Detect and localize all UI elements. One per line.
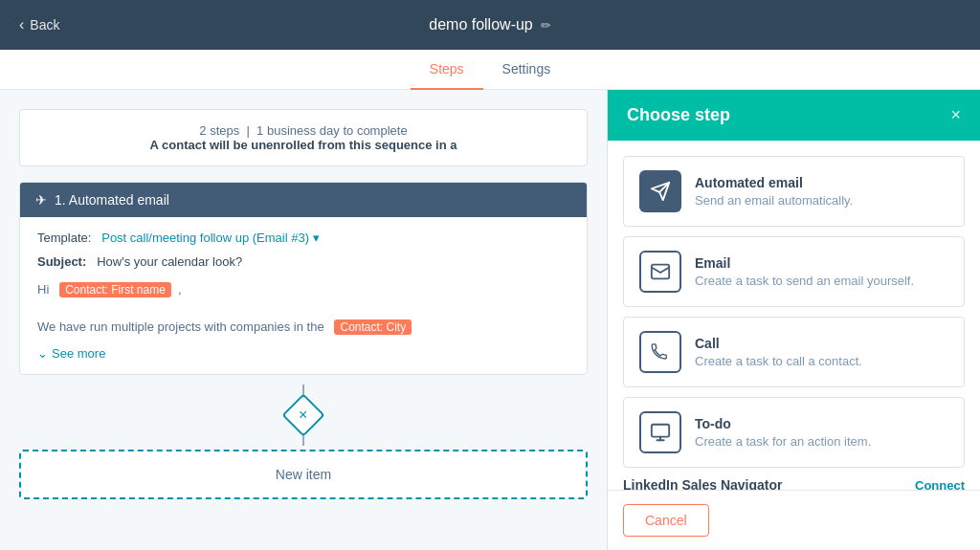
- right-panel: Choose step × Automated email Send an em…: [607, 90, 980, 550]
- template-line: Template: Post call/meeting follow up (E…: [37, 231, 569, 245]
- todo-desc: Create a task for an action item.: [695, 434, 871, 449]
- tab-steps[interactable]: Steps: [411, 50, 483, 90]
- step-option-email[interactable]: Email Create a task to send an email you…: [623, 236, 965, 307]
- step-option-call[interactable]: Call Create a task to call a contact.: [623, 317, 965, 387]
- email-desc: Create a task to send an email yourself.: [695, 274, 914, 288]
- step-option-automated-email[interactable]: Automated email Send an email automatica…: [623, 156, 965, 227]
- tabs-bar: Steps Settings: [0, 50, 980, 90]
- back-label: Back: [30, 17, 59, 33]
- subject-value: How's your calendar look?: [97, 254, 242, 269]
- new-item-label: New item: [276, 467, 331, 482]
- chevron-down-icon: ⌄: [37, 346, 48, 361]
- left-panel: 2 steps | 1 business day to complete A c…: [0, 90, 607, 550]
- header-title: demo follow-up ✏: [429, 16, 551, 33]
- main-content: 2 steps | 1 business day to complete A c…: [0, 90, 980, 550]
- plus-icon: ×: [299, 407, 307, 423]
- subject-label: Subject:: [37, 254, 86, 269]
- automated-email-title: Automated email: [695, 175, 853, 190]
- see-more-button[interactable]: ⌄ See more: [37, 346, 569, 361]
- template-link[interactable]: Post call/meeting follow up (Email #3) ▾: [101, 231, 319, 245]
- edit-icon[interactable]: ✏: [541, 18, 551, 33]
- app-header: ‹ Back demo follow-up ✏: [0, 0, 980, 50]
- info-box: 2 steps | 1 business day to complete A c…: [19, 109, 588, 166]
- connector-group: ×: [19, 385, 588, 446]
- sequence-card: ✈ 1. Automated email Template: Post call…: [19, 182, 588, 375]
- time-info: 1 business day to complete: [256, 123, 408, 138]
- body-text: We have run multiple projects with compa…: [37, 319, 324, 334]
- unenroll-text: A contact will be unenrolled from this s…: [150, 138, 457, 152]
- phone-icon: [650, 341, 671, 363]
- add-step-button[interactable]: ×: [281, 393, 324, 436]
- contact-city-tag: Contact: City: [334, 319, 412, 335]
- monitor-icon: [650, 422, 671, 443]
- back-button[interactable]: ‹ Back: [19, 16, 59, 33]
- automated-email-desc: Send an email automatically.: [695, 193, 853, 208]
- call-icon-box: [639, 331, 681, 373]
- envelope-icon: [650, 261, 671, 282]
- todo-icon-box: [639, 411, 681, 453]
- sequence-title: demo follow-up: [429, 16, 533, 33]
- contact-firstname-tag: Contact: First name: [59, 282, 171, 297]
- card-header: ✈ 1. Automated email: [20, 183, 587, 217]
- email-icon-box: [639, 251, 681, 293]
- linkedin-section-title: LinkedIn Sales Navigator Connect: [623, 477, 965, 490]
- right-panel-footer: Cancel: [608, 490, 980, 550]
- automated-email-icon-box: [639, 170, 681, 212]
- automated-email-info: Automated email Send an email automatica…: [695, 175, 853, 208]
- back-arrow-icon: ‹: [19, 16, 24, 33]
- email-title: Email: [695, 255, 914, 271]
- linkedin-title-text: LinkedIn Sales Navigator: [623, 477, 783, 490]
- call-desc: Create a task to call a contact.: [695, 354, 862, 368]
- email-info: Email Create a task to send an email you…: [695, 255, 914, 288]
- steps-count: 2 steps: [199, 123, 239, 138]
- subject-line: Subject: How's your calendar look?: [37, 254, 569, 269]
- connect-button[interactable]: Connect: [915, 478, 965, 491]
- close-button[interactable]: ×: [950, 105, 961, 125]
- tab-settings[interactable]: Settings: [483, 50, 570, 90]
- right-panel-header: Choose step ×: [608, 90, 980, 141]
- body-greeting: Hi: [37, 282, 49, 297]
- step-option-todo[interactable]: To-do Create a task for an action item.: [623, 397, 965, 468]
- cancel-button[interactable]: Cancel: [623, 504, 709, 537]
- email-preview: Hi Contact: First name , We have run mul…: [37, 280, 569, 337]
- new-item-box: New item: [19, 450, 588, 499]
- right-panel-body: Automated email Send an email automatica…: [608, 141, 980, 490]
- paper-plane-icon: [650, 181, 671, 202]
- todo-title: To-do: [695, 416, 871, 431]
- card-body: Template: Post call/meeting follow up (E…: [20, 217, 587, 374]
- call-info: Call Create a task to call a contact.: [695, 336, 862, 368]
- card-header-title: 1. Automated email: [55, 192, 169, 208]
- right-panel-title: Choose step: [627, 105, 730, 125]
- call-title: Call: [695, 336, 862, 351]
- todo-info: To-do Create a task for an action item.: [695, 416, 871, 449]
- template-label: Template:: [37, 231, 91, 245]
- svg-rect-1: [652, 425, 669, 437]
- automated-email-header-icon: ✈: [35, 192, 47, 208]
